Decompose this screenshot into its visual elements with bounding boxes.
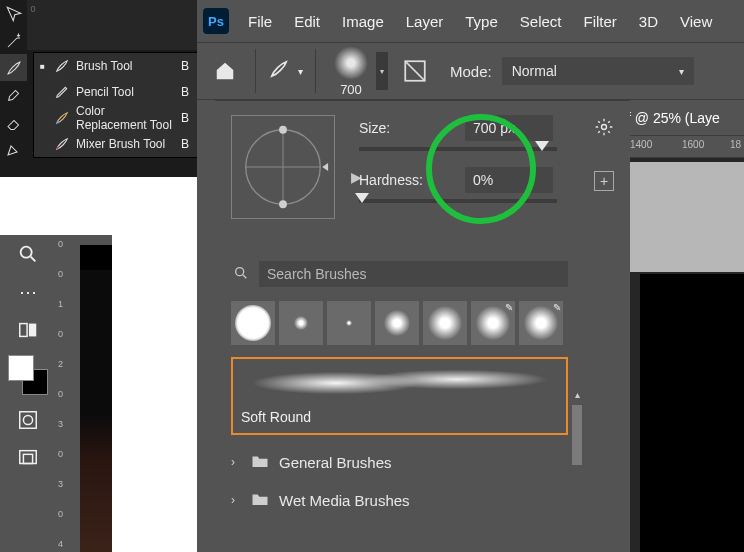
folder-icon [251, 453, 269, 472]
size-label: Size: [359, 120, 455, 136]
brush-stroke-preview [241, 365, 558, 401]
chevron-down-icon[interactable]: ▾ [376, 52, 388, 90]
quickmask-toggle[interactable] [0, 401, 56, 439]
mixer-brush-icon [54, 135, 70, 153]
more-tools[interactable]: ⋯ [0, 273, 56, 311]
brush-list-scrollbar[interactable]: ▴ [570, 387, 584, 552]
divider [255, 49, 256, 93]
brush-preset[interactable] [231, 301, 275, 345]
blend-mode-select[interactable]: Normal ▾ [502, 57, 694, 85]
brush-folder[interactable]: › General Brushes [231, 443, 614, 481]
menu-filter[interactable]: Filter [573, 0, 628, 42]
ruler-tick: 0 [58, 329, 78, 339]
selected-brush-preview[interactable]: Soft Round [231, 357, 568, 435]
screenmode-toggle[interactable] [0, 439, 56, 477]
chevron-right-icon: › [231, 455, 241, 469]
mode-label: Mode: [450, 63, 492, 80]
menu-3d[interactable]: 3D [628, 0, 669, 42]
brush-preset[interactable] [279, 301, 323, 345]
slider-thumb[interactable] [355, 193, 369, 203]
zoom-tool[interactable] [0, 235, 56, 273]
scroll-up-icon[interactable]: ▴ [570, 387, 584, 401]
brush-preset[interactable]: ✎ [519, 301, 563, 345]
ruler-tick: 2 [58, 359, 78, 369]
flyout-label: Pencil Tool [76, 85, 175, 99]
ruler-tick: 0 [58, 239, 78, 249]
svg-rect-2 [20, 324, 27, 337]
pen-tool[interactable] [0, 135, 27, 162]
divider [315, 49, 316, 93]
svg-point-14 [279, 200, 287, 208]
brush-preset[interactable] [375, 301, 419, 345]
pin-icon: ✎ [505, 302, 513, 313]
selected-brush-name: Soft Round [241, 409, 558, 425]
eraser-tool[interactable] [0, 108, 27, 135]
menu-layer[interactable]: Layer [395, 0, 455, 42]
document-tab[interactable]: tif @ 25% (Laye [612, 100, 744, 136]
menu-image[interactable]: Image [331, 0, 395, 42]
size-input[interactable]: 700 px [465, 115, 553, 141]
wand-tool[interactable] [0, 27, 27, 54]
slider-thumb[interactable] [535, 141, 549, 151]
menu-file[interactable]: File [237, 0, 283, 42]
menu-bar: Ps File Edit Image Layer Type Select Fil… [197, 0, 744, 42]
brush-angle-picker[interactable] [231, 115, 335, 219]
app-logo: Ps [203, 8, 229, 34]
ruler-tick: 0 [58, 509, 78, 519]
brush-preset-row: ✎ ✎ [215, 301, 630, 357]
brush-panel-toggle[interactable] [398, 54, 432, 88]
svg-point-15 [236, 267, 244, 275]
hardness-slider[interactable] [359, 199, 557, 203]
flyout-item-brush[interactable]: ■ Brush Tool B [34, 53, 197, 79]
svg-rect-3 [29, 324, 36, 337]
brush-preset[interactable] [327, 301, 371, 345]
menu-type[interactable]: Type [454, 0, 509, 42]
flyout-shortcut: B [181, 137, 189, 151]
brush-folder-label: Wet Media Brushes [279, 492, 410, 509]
brush-tool[interactable] [0, 54, 27, 81]
ruler-tick: 18 [730, 139, 741, 150]
chevron-down-icon: ▾ [298, 66, 303, 77]
options-bar: ▾ 700 ▾ Mode: Normal ▾ [197, 42, 744, 100]
canvas-area[interactable] [612, 158, 744, 552]
flyout-label: Mixer Brush Tool [76, 137, 175, 151]
flyout-label: Color Replacement Tool [76, 104, 175, 132]
document-tab-label: tif @ 25% (Laye [620, 110, 720, 126]
color-swatches[interactable] [8, 355, 48, 395]
tool-preset-picker[interactable]: ▾ [268, 58, 303, 84]
active-bullet-icon: ■ [40, 62, 48, 71]
fg-color-swatch[interactable] [8, 355, 34, 381]
chevron-right-icon: › [231, 493, 241, 507]
chevron-down-icon: ▾ [679, 66, 684, 77]
flyout-item-mixer-brush[interactable]: Mixer Brush Tool B [34, 131, 197, 157]
brush-preview-size: 700 [340, 82, 362, 97]
move-tool[interactable] [0, 0, 27, 27]
brush-preview-picker[interactable]: 700 ▾ [328, 46, 388, 97]
scrollbar-thumb[interactable] [572, 405, 582, 465]
svg-point-0 [57, 121, 60, 124]
svg-rect-6 [20, 451, 37, 464]
ruler-tick: 4 [58, 539, 78, 549]
brush-preset[interactable]: ✎ [471, 301, 515, 345]
menu-select[interactable]: Select [509, 0, 573, 42]
flyout-shortcut: B [181, 111, 189, 125]
brush-search-input[interactable] [259, 261, 568, 287]
brush-preview-blob [334, 46, 368, 80]
edit-toolbar-button[interactable] [0, 311, 56, 349]
brush-preset[interactable] [423, 301, 467, 345]
vertical-ruler-b: 0 0 1 0 2 0 3 0 3 0 4 [56, 235, 80, 552]
flyout-item-color-replacement[interactable]: Color Replacement Tool B [34, 105, 197, 131]
menu-edit[interactable]: Edit [283, 0, 331, 42]
ruler-tick: 3 [58, 479, 78, 489]
tool-column-a [0, 0, 27, 162]
healing-tool[interactable] [0, 81, 27, 108]
flyout-item-pencil[interactable]: Pencil Tool B [34, 79, 197, 105]
size-slider[interactable] [359, 147, 557, 151]
brush-preset-popup: + ▶ Size: 700 px [215, 100, 630, 552]
hardness-input[interactable]: 0% [465, 167, 553, 193]
menu-view[interactable]: View [669, 0, 723, 42]
canvas-slice-b [80, 245, 112, 552]
search-icon [233, 265, 249, 284]
home-button[interactable] [207, 53, 243, 89]
brush-folder[interactable]: › Wet Media Brushes [231, 481, 614, 519]
